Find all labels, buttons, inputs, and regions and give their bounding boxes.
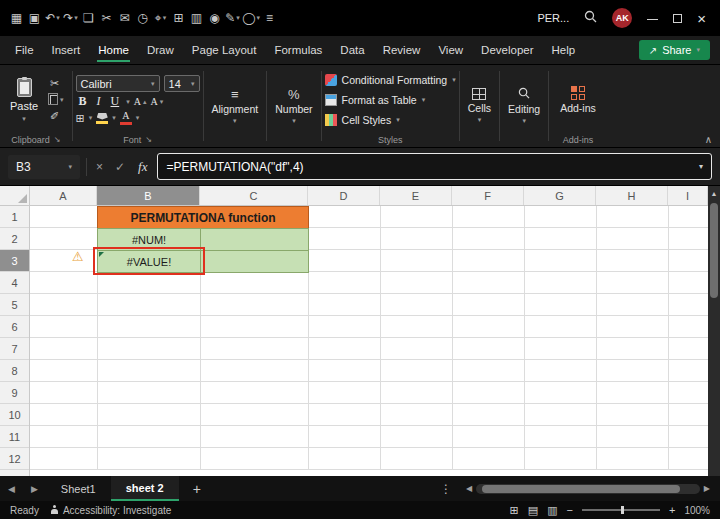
tab-home[interactable]: Home (89, 36, 138, 64)
row-header-11[interactable]: 11 (0, 426, 29, 448)
formula-input[interactable]: =PERMUTATIONA("df",4) ▾ (157, 153, 712, 180)
dialog-launcher-icon[interactable]: ↘ (54, 135, 61, 144)
tab-review[interactable]: Review (374, 36, 430, 64)
add-sheet-button[interactable]: + (179, 481, 215, 497)
insert-function-icon[interactable]: fx (134, 159, 151, 175)
column-header-c[interactable]: C (200, 186, 308, 205)
scroll-right-icon[interactable]: ▶ (704, 484, 710, 493)
accessibility-chip[interactable]: Accessibility: Investigate (51, 505, 171, 516)
tab-view[interactable]: View (429, 36, 472, 64)
save-icon[interactable]: ▣ (26, 11, 43, 25)
clock-icon[interactable]: ◷ (134, 11, 151, 25)
column-header-a[interactable]: A (30, 186, 97, 205)
shrink-font-button[interactable]: A▾ (150, 97, 163, 107)
app-menu-icon[interactable]: ▦ (8, 11, 25, 25)
italic-button[interactable]: I (94, 94, 104, 109)
underline-button[interactable]: U (108, 94, 123, 109)
zoom-slider-thumb[interactable] (621, 506, 624, 514)
tab-formulas[interactable]: Formulas (265, 36, 331, 64)
number-group-button[interactable]: % Number ▾ (267, 65, 320, 147)
row-header-7[interactable]: 7 (0, 338, 29, 360)
cells-area[interactable]: PERMUTATIONA function #NUM! #VALUE! ⚠ (30, 206, 708, 476)
column-header-f[interactable]: F (452, 186, 524, 205)
name-box[interactable]: B3 ▾ (8, 155, 80, 179)
row-header-10[interactable]: 10 (0, 404, 29, 426)
enter-icon[interactable]: ✓ (112, 160, 128, 174)
row-header-5[interactable]: 5 (0, 294, 29, 316)
redo-icon[interactable]: ↷▾ (62, 11, 79, 25)
row-header-2[interactable]: 2 (0, 228, 29, 250)
pen-icon[interactable]: ✎▾ (224, 11, 241, 25)
cut-icon[interactable]: ✂ (50, 77, 64, 90)
column-header-d[interactable]: D (308, 186, 380, 205)
horizontal-scrollbar[interactable]: ◀ ▶ (462, 484, 720, 494)
camera-icon[interactable]: ◉ (206, 11, 223, 25)
font-size-combo[interactable]: 14▾ (164, 75, 200, 92)
row-header-9[interactable]: 9 (0, 382, 29, 404)
paste-button[interactable]: Paste ▾ (3, 78, 45, 123)
row-header-8[interactable]: 8 (0, 360, 29, 382)
editing-group-button[interactable]: Editing ▾ (500, 65, 548, 147)
cell-styles-button[interactable]: Cell Styles ▾ (325, 111, 456, 130)
undo-icon[interactable]: ↶▾ (44, 11, 61, 25)
tab-developer[interactable]: Developer (472, 36, 542, 64)
share-button[interactable]: ↗ Share ▾ (639, 40, 710, 60)
vertical-scroll-thumb[interactable] (710, 203, 718, 298)
copy-icon[interactable]: ❏ (80, 11, 97, 25)
table-icon[interactable]: ⊞ (170, 11, 187, 25)
tab-insert[interactable]: Insert (43, 36, 90, 64)
row-header-6[interactable]: 6 (0, 316, 29, 338)
copy-icon[interactable]: ▾ (50, 95, 64, 105)
scroll-up-icon[interactable]: ▲ (711, 190, 718, 197)
tab-draw[interactable]: Draw (138, 36, 183, 64)
fill-color-button[interactable] (96, 113, 108, 124)
chart-icon[interactable]: ▥ (188, 11, 205, 25)
close-button[interactable]: × (697, 11, 706, 26)
zoom-level-label[interactable]: 100% (684, 505, 710, 516)
zoom-out-button[interactable]: − (567, 504, 573, 516)
cancel-icon[interactable]: × (93, 160, 106, 174)
font-color-button[interactable]: A (120, 111, 132, 125)
zoom-slider[interactable] (582, 509, 660, 511)
column-header-e[interactable]: E (380, 186, 452, 205)
row-header-1[interactable]: 1 (0, 206, 29, 228)
zoom-in-button[interactable]: + (669, 504, 675, 516)
tab-help[interactable]: Help (543, 36, 585, 64)
dialog-launcher-icon[interactable]: ↘ (145, 135, 152, 144)
sheet-tab-sheet1[interactable]: Sheet1 (46, 476, 111, 501)
font-name-combo[interactable]: Calibri▾ (76, 75, 160, 92)
select-all-button[interactable] (0, 186, 30, 206)
horizontal-scroll-thumb[interactable] (482, 485, 680, 493)
scroll-left-icon[interactable]: ◀ (466, 484, 472, 493)
grow-font-button[interactable]: A▴ (134, 97, 147, 107)
row-header-12[interactable]: 12 (0, 448, 29, 470)
error-options-warning-icon[interactable]: ⚠ (72, 250, 84, 263)
column-header-h[interactable]: H (596, 186, 668, 205)
sheet-tab-sheet2[interactable]: sheet 2 (111, 476, 179, 501)
tab-options-icon[interactable]: ⋮ (430, 482, 462, 496)
conditional-formatting-button[interactable]: Conditional Formatting ▾ (325, 71, 456, 90)
format-painter-icon[interactable]: ✐ (50, 110, 64, 123)
tab-data[interactable]: Data (331, 36, 373, 64)
account-avatar[interactable]: AK (612, 8, 632, 28)
cell-c3[interactable] (200, 250, 309, 273)
collapse-ribbon-icon[interactable]: ∧ (705, 134, 712, 145)
search-icon[interactable] (584, 9, 597, 27)
column-header-b[interactable]: B (97, 186, 200, 205)
record-icon[interactable]: ◯▾ (242, 11, 260, 25)
tab-page-layout[interactable]: Page Layout (183, 36, 266, 64)
cell-c2[interactable] (200, 228, 309, 251)
vertical-scrollbar[interactable]: ▲ (708, 186, 720, 476)
mail-icon[interactable]: ✉ (116, 11, 133, 25)
maximize-button[interactable] (673, 14, 682, 23)
row-header-4[interactable]: 4 (0, 272, 29, 294)
row-header-3[interactable]: 3 (0, 250, 29, 272)
page-layout-view-icon[interactable]: ▤ (528, 504, 538, 517)
format-as-table-button[interactable]: Format as Table ▾ (325, 91, 456, 110)
alignment-group-button[interactable]: ≡ Alignment ▾ (204, 65, 267, 147)
normal-view-icon[interactable]: ⊞ (510, 504, 519, 517)
pin-icon[interactable]: ⌖▾ (152, 11, 169, 25)
column-header-i[interactable]: I (668, 186, 708, 205)
cut-icon[interactable]: ✂ (98, 11, 115, 25)
sheet-nav-left-icon[interactable]: ◀ (0, 484, 23, 494)
